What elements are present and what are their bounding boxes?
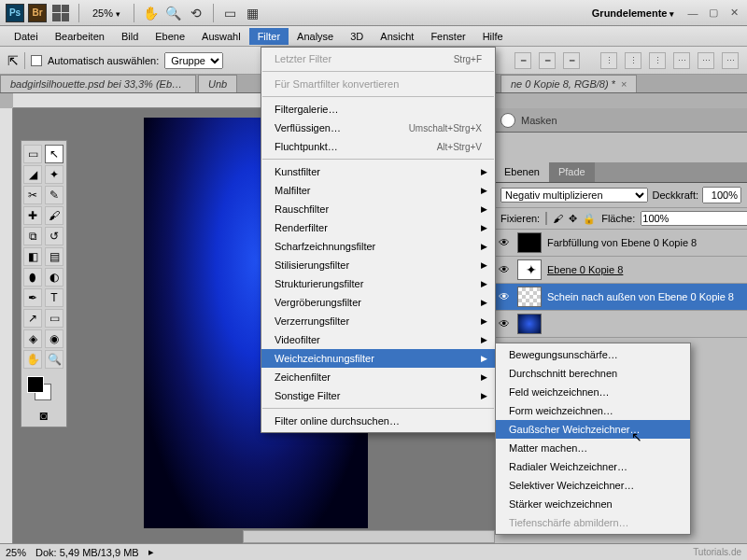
close-tab-icon[interactable]: ×	[621, 78, 627, 90]
menu-item-rauschfilter[interactable]: Rauschfilter▶	[261, 200, 495, 218]
lock-move-icon[interactable]: ✥	[569, 213, 577, 225]
menu-item-strukturierungsfilter[interactable]: Strukturierungsfilter▶	[261, 274, 495, 293]
visibility-icon[interactable]: 👁	[499, 317, 512, 330]
layer-row[interactable]: 👁 ✦ Ebene 0 Kopie 8	[495, 257, 747, 284]
menu-analyse[interactable]: Analyse	[289, 28, 342, 45]
menu-item-filter-gallery[interactable]: Filtergalerie…	[261, 100, 495, 119]
marquee-tool[interactable]: ▭	[23, 145, 42, 163]
crop-tool[interactable]: ✂	[23, 186, 42, 204]
submenu-item[interactable]: Durchschnitt berechnen	[496, 364, 690, 383]
blend-mode-dropdown[interactable]: Negativ multiplizieren	[500, 188, 648, 203]
type-tool[interactable]: T	[45, 288, 63, 307]
opacity-input[interactable]	[702, 187, 741, 203]
menu-item-last-filter[interactable]: Letzter FilterStrg+F	[261, 49, 495, 68]
menu-fenster[interactable]: Fenster	[422, 28, 473, 45]
submenu-item[interactable]: Form weichzeichnen…	[496, 401, 690, 420]
visibility-icon[interactable]: 👁	[499, 263, 512, 276]
color-swatches[interactable]	[23, 374, 64, 402]
wand-tool[interactable]: ✦	[45, 165, 63, 184]
tab-ebenen[interactable]: Ebenen	[495, 162, 549, 182]
masks-panel-header[interactable]: Masken	[495, 108, 747, 133]
3d-camera-tool[interactable]: ◉	[45, 329, 63, 348]
brush-tool[interactable]: 🖌	[45, 206, 63, 225]
eraser-tool[interactable]: ◧	[23, 247, 42, 266]
submenu-item[interactable]: Feld weichzeichnen…	[496, 383, 690, 401]
photoshop-icon[interactable]: Ps	[6, 4, 24, 22]
stamp-tool[interactable]: ⧉	[23, 227, 42, 245]
submenu-item[interactable]: Tiefenschärfe abmildern…	[496, 513, 690, 532]
lock-all-icon[interactable]: 🔒	[583, 213, 596, 225]
screen-icon[interactable]: ▦	[245, 5, 261, 21]
submenu-item-gaussian-blur[interactable]: Gaußscher Weichzeichner…	[496, 420, 690, 439]
submenu-item[interactable]: Stärker weichzeichnen	[496, 495, 690, 513]
menu-item-renderfilter[interactable]: Renderfilter▶	[261, 218, 495, 237]
menu-item-liquify[interactable]: Verflüssigen…Umschalt+Strg+X	[261, 119, 495, 137]
menu-filter[interactable]: Filter	[249, 28, 289, 45]
gradient-tool[interactable]: ▤	[45, 247, 63, 266]
distribute-btn[interactable]: ⋯	[698, 52, 714, 69]
path-tool[interactable]: ↗	[23, 309, 42, 328]
pen-tool[interactable]: ✒	[23, 288, 42, 307]
menu-item-zeichenfilter[interactable]: Zeichenfilter▶	[261, 368, 495, 386]
menu-bild[interactable]: Bild	[113, 28, 147, 45]
menu-item-kunstfilter[interactable]: Kunstfilter▶	[261, 162, 495, 181]
menu-hilfe[interactable]: Hilfe	[474, 28, 512, 45]
menu-item-weichzeichnungsfilter[interactable]: Weichzeichnungsfilter▶	[261, 349, 495, 368]
menu-item-malfilter[interactable]: Malfilter▶	[261, 181, 495, 200]
rotate-icon[interactable]: ⟲	[188, 5, 204, 21]
distribute-btn[interactable]: ⋮	[625, 52, 641, 69]
bridge-icon[interactable]: Br	[28, 4, 47, 22]
distribute-btn[interactable]: ⋯	[722, 52, 739, 69]
visibility-icon[interactable]: 👁	[499, 290, 512, 303]
heal-tool[interactable]: ✚	[23, 206, 42, 225]
zoom-icon[interactable]: 🔍	[165, 5, 182, 21]
shape-tool[interactable]: ▭	[45, 309, 63, 328]
document-tab[interactable]: ne 0 Kopie 8, RGB/8) *×	[500, 75, 637, 92]
tab-pfade[interactable]: Pfade	[549, 162, 595, 182]
fill-input[interactable]	[641, 211, 747, 226]
visibility-icon[interactable]: 👁	[499, 236, 512, 249]
auto-select-dropdown[interactable]: Gruppe	[164, 52, 223, 69]
submenu-item[interactable]: Matter machen…	[496, 439, 690, 457]
menu-item-videofilter[interactable]: Videofilter▶	[261, 330, 495, 349]
distribute-btn[interactable]: ⋮	[600, 52, 617, 69]
hand-icon[interactable]: ✋	[143, 5, 160, 21]
horizontal-scrollbar[interactable]	[243, 530, 495, 543]
menu-item-verzerrungsfilter[interactable]: Verzerrungsfilter▶	[261, 312, 495, 330]
align-btn[interactable]: ━	[514, 52, 531, 69]
document-tab[interactable]: badgirlsilhouette.psd bei 33,3% (Ebe…×	[0, 75, 196, 92]
menu-3d[interactable]: 3D	[342, 28, 372, 45]
arrange-icon[interactable]: ▭	[222, 5, 239, 21]
minimize-button[interactable]: —	[685, 7, 700, 19]
layer-row[interactable]: 👁 Schein nach außen von Ebene 0 Kopie 8	[495, 284, 747, 311]
close-button[interactable]: ✕	[726, 7, 741, 19]
layer-row[interactable]: 👁 Farbfüllung von Ebene 0 Kopie 8	[495, 230, 747, 257]
menu-auswahl[interactable]: Auswahl	[193, 28, 249, 45]
menu-ebene[interactable]: Ebene	[147, 28, 193, 45]
layer-row[interactable]: 👁	[495, 311, 747, 338]
lock-transparency-icon[interactable]	[545, 212, 547, 225]
submenu-item[interactable]: Selektiver Weichzeichner…	[496, 476, 690, 495]
menu-item-vanishing-point[interactable]: Fluchtpunkt…Alt+Strg+V	[261, 137, 495, 156]
menu-item-smart-filter[interactable]: Für Smartfilter konvertieren	[261, 75, 495, 93]
menu-item-sonstige-filter[interactable]: Sonstige Filter▶	[261, 386, 495, 405]
align-btn[interactable]: ━	[563, 52, 580, 69]
close-tab-icon[interactable]: ×	[193, 78, 196, 90]
screen-mode-icon[interactable]	[52, 5, 69, 21]
auto-select-checkbox[interactable]	[31, 55, 42, 66]
lock-brush-icon[interactable]: 🖌	[553, 213, 563, 224]
document-tab[interactable]: Unb	[198, 75, 237, 92]
maximize-button[interactable]: ▢	[706, 7, 721, 19]
move-tool[interactable]: ↖	[45, 145, 63, 163]
dodge-tool[interactable]: ◐	[45, 268, 63, 287]
align-btn[interactable]: ━	[539, 52, 556, 69]
history-brush-tool[interactable]: ↺	[45, 227, 63, 245]
zoom-tool[interactable]: 🔍	[45, 350, 63, 369]
menu-item-scharfzeichnungsfilter[interactable]: Scharfzeichnungsfilter▶	[261, 237, 495, 256]
menu-item-stilisierungsfilter[interactable]: Stilisierungsfilter▶	[261, 256, 495, 274]
menu-item-vergroeberungsfilter[interactable]: Vergröberungsfilter▶	[261, 293, 495, 312]
zoom-dropdown[interactable]: 25%	[85, 6, 128, 21]
menu-item-filter-online[interactable]: Filter online durchsuchen…	[261, 412, 495, 430]
distribute-btn[interactable]: ⋯	[673, 52, 690, 69]
menu-datei[interactable]: Datei	[6, 28, 47, 45]
